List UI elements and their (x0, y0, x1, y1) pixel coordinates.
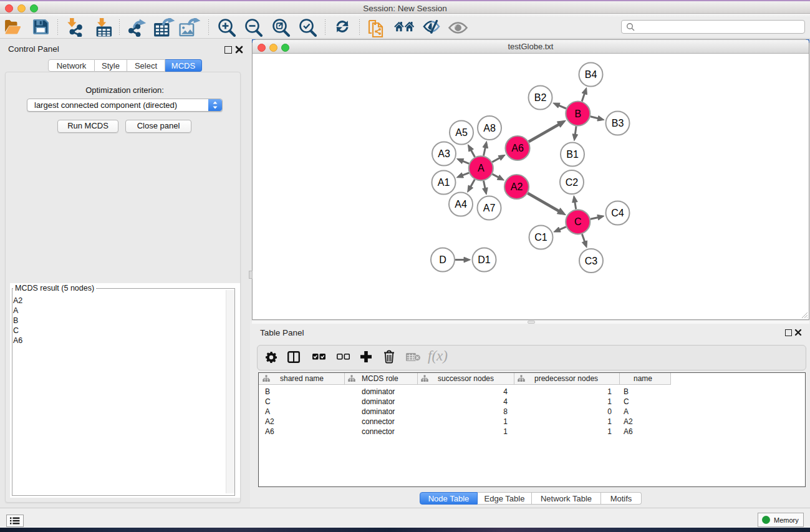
svg-text:A6: A6 (511, 143, 524, 153)
svg-text:A7: A7 (483, 203, 496, 213)
svg-text:D: D (439, 254, 446, 265)
svg-text:A5: A5 (455, 127, 468, 138)
svg-text:B3: B3 (612, 118, 624, 128)
svg-text:A: A (478, 163, 485, 173)
svg-text:B: B (574, 109, 581, 119)
svg-text:D1: D1 (478, 254, 491, 265)
svg-text:A4: A4 (455, 199, 467, 210)
svg-text:A8: A8 (483, 123, 496, 133)
svg-text:C: C (574, 216, 582, 227)
svg-text:C2: C2 (566, 177, 579, 188)
svg-text:B2: B2 (534, 92, 547, 103)
svg-text:A3: A3 (438, 148, 450, 159)
svg-text:C3: C3 (585, 256, 598, 266)
svg-text:B4: B4 (585, 69, 597, 80)
svg-text:C1: C1 (534, 232, 547, 243)
svg-text:A2: A2 (511, 181, 523, 192)
svg-text:C4: C4 (611, 208, 624, 218)
svg-text:A1: A1 (438, 177, 450, 188)
svg-text:B1: B1 (566, 149, 579, 160)
